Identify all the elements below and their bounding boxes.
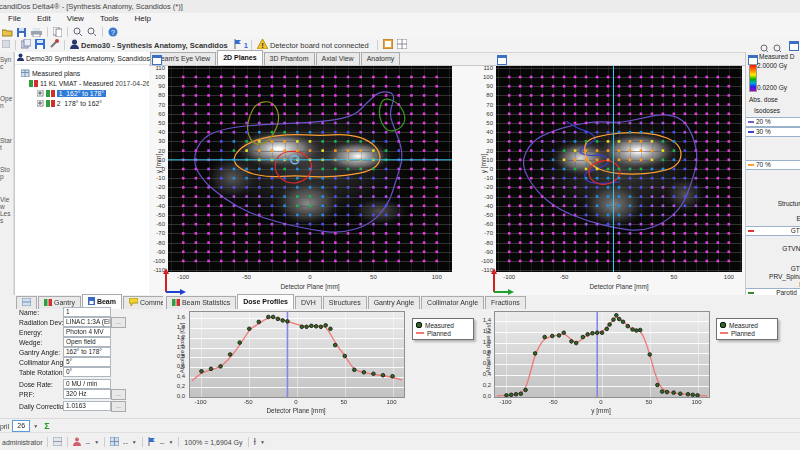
view-tabs: Beam's Eye View 2D Planes 3D Phantom Axi… bbox=[150, 52, 744, 65]
field-value-input[interactable]: LINAC 1:3A (Elekt bbox=[63, 317, 111, 327]
axis-tick-label: -10 bbox=[477, 175, 493, 181]
field-value-input[interactable]: Photon 4 MV bbox=[63, 327, 111, 337]
field-value-input[interactable]: 5° bbox=[63, 357, 111, 367]
profile-right-canvas[interactable] bbox=[494, 311, 710, 398]
flag-filter-icon[interactable] bbox=[148, 437, 156, 447]
list-item[interactable]: GTV bbox=[746, 265, 800, 273]
legend-box: Measured Planned bbox=[716, 318, 778, 340]
day-dropdown-icon[interactable]: ▼ bbox=[33, 423, 38, 429]
tab-axial-view[interactable]: Axial View bbox=[316, 52, 360, 65]
layers-icon[interactable] bbox=[21, 39, 31, 51]
notebook-icon[interactable] bbox=[383, 39, 393, 51]
list-item[interactable]: 20 % bbox=[746, 117, 800, 127]
axis-tick-label: 0,2 bbox=[474, 382, 491, 388]
list-item[interactable]: GTVN_ bbox=[746, 245, 800, 253]
dropdown-icon[interactable]: ▼ bbox=[168, 439, 173, 445]
axis-tick-label: 0,8 bbox=[474, 349, 491, 355]
field-value-input[interactable]: 0° bbox=[63, 367, 111, 377]
field-value-input[interactable]: 320 Hz bbox=[63, 389, 111, 399]
measured-dot-icon bbox=[416, 322, 422, 328]
date-status-bar: april 26 ▼ Σ bbox=[0, 418, 800, 433]
field-value-input[interactable]: 0 MU / min bbox=[63, 379, 111, 389]
tab-dose-profiles[interactable]: Dose Profiles bbox=[237, 294, 294, 309]
field-value-input[interactable]: 162° to 178° bbox=[63, 347, 111, 357]
profile-left-xlabel: Detector Plane [mm] bbox=[236, 407, 356, 414]
open-button[interactable]: Open bbox=[0, 95, 13, 109]
day-input[interactable]: 26 bbox=[12, 420, 30, 432]
panel-icon[interactable] bbox=[2, 40, 10, 50]
contour-color-icon bbox=[748, 131, 754, 133]
panel-window-icon[interactable] bbox=[789, 41, 799, 51]
list-item[interactable]: GTV bbox=[746, 226, 800, 236]
axis-tick-label: 0,2 bbox=[168, 383, 185, 389]
panel-toggle-icon[interactable] bbox=[53, 437, 62, 447]
field-value-input[interactable]: 1 bbox=[63, 307, 111, 317]
tab-anatomy[interactable]: Anatomy bbox=[361, 52, 401, 65]
axis-tick-label: 50 bbox=[149, 120, 165, 126]
tab-fractions[interactable]: Fractions bbox=[485, 296, 526, 309]
browse-button[interactable]: ... bbox=[111, 389, 126, 400]
dropdown-icon[interactable]: ▼ bbox=[132, 439, 137, 445]
browse-button[interactable]: ... bbox=[111, 401, 126, 412]
heatmap-left-canvas[interactable] bbox=[168, 66, 452, 272]
tab-3d-phantom[interactable]: 3D Phantom bbox=[264, 52, 315, 65]
list-item[interactable]: 70 % bbox=[746, 160, 800, 170]
side-panel-title: Measured D bbox=[759, 53, 800, 61]
beam-number: 1 bbox=[59, 90, 63, 97]
svg-text:?: ? bbox=[111, 28, 115, 35]
list-item[interactable]: PRV_Spinal bbox=[746, 273, 800, 281]
menu-help[interactable]: Help bbox=[127, 13, 159, 25]
profile-left-canvas[interactable] bbox=[189, 311, 405, 398]
field-value-input[interactable]: 1.0163 bbox=[63, 401, 111, 411]
user-filter-icon[interactable] bbox=[73, 437, 81, 447]
axis-tick-label: 0 bbox=[149, 166, 165, 172]
axis-tick-label: -90 bbox=[477, 249, 493, 255]
text-cursor-icon[interactable]: Ɨ bbox=[254, 437, 257, 447]
sync-button[interactable]: Sync bbox=[0, 56, 13, 70]
field-value-input[interactable]: Open field bbox=[63, 337, 111, 347]
tree-node-beam-1[interactable]: 1 162° to 178° bbox=[37, 89, 106, 98]
axis-tick-label: -50 bbox=[477, 212, 493, 218]
field-label: Gantry Angle: bbox=[19, 348, 60, 357]
sum-icon[interactable]: Σ bbox=[44, 421, 49, 431]
tab-gantry-angle[interactable]: Gantry Angle bbox=[368, 296, 420, 309]
axis-tick-label: 1,0 bbox=[168, 344, 185, 350]
plan-name: 11 KL VMAT - Measured bbox=[40, 80, 113, 87]
tab-dvh[interactable]: DVH bbox=[295, 296, 322, 309]
axis-tick-label: 0 bbox=[607, 274, 631, 280]
heatmap-right-canvas[interactable] bbox=[496, 66, 742, 272]
month-label: april bbox=[0, 423, 9, 430]
axis-tick-label: 0 bbox=[298, 274, 322, 280]
stop-button[interactable]: Stop bbox=[0, 166, 13, 180]
axis-tick-label: 0,6 bbox=[168, 363, 185, 369]
session-label: Demo30 - Synthesis Anatomy, Scandidos bbox=[81, 41, 228, 50]
tab-collimator-angle[interactable]: Collimator Angle bbox=[421, 296, 484, 309]
tree-node-plan[interactable]: 11 KL VMAT - Measured 2017-04-26 19:09 bbox=[29, 79, 169, 88]
left-edge-strip: Sync Open Start Stop View Less bbox=[0, 52, 14, 418]
tree-node-beam-2[interactable]: 2 178° to 162° bbox=[37, 99, 102, 108]
view-less-button[interactable]: View Less bbox=[0, 196, 13, 224]
axis-tick-label: 90 bbox=[149, 83, 165, 89]
dropdown-icon[interactable]: ▼ bbox=[94, 439, 99, 445]
axis-tick-label: 50 bbox=[477, 120, 493, 126]
plot-window-icon[interactable] bbox=[497, 55, 507, 65]
list-item[interactable]: 30 % bbox=[746, 127, 800, 137]
plot-window-icon[interactable] bbox=[152, 55, 162, 65]
browse-button[interactable]: ... bbox=[111, 317, 126, 328]
tab-beam-statistics[interactable]: Beam Statistics bbox=[166, 296, 236, 309]
tab-label: Beam Statistics bbox=[182, 299, 230, 306]
profile-left-xticks: -100-50050100 bbox=[189, 399, 403, 407]
pin-icon[interactable] bbox=[49, 39, 59, 51]
tree-header: Demo30 Synthesis Anatomy, Scandidos bbox=[15, 52, 150, 65]
axis-tick-label: -90 bbox=[149, 249, 165, 255]
start-button[interactable]: Start bbox=[0, 137, 13, 151]
axis-tick-label: 80 bbox=[149, 92, 165, 98]
tree-node-measured-plans[interactable]: Measured plans bbox=[21, 69, 80, 78]
axis-tick-label: -30 bbox=[477, 194, 493, 200]
tab-2d-planes[interactable]: 2D Planes bbox=[217, 50, 262, 65]
save-session-icon[interactable] bbox=[35, 39, 45, 51]
table-filter-icon[interactable] bbox=[110, 437, 119, 447]
grid-icon[interactable] bbox=[397, 39, 407, 51]
dropdown-icon[interactable]: ▼ bbox=[260, 439, 265, 445]
tab-structures[interactable]: Structures bbox=[323, 296, 367, 309]
